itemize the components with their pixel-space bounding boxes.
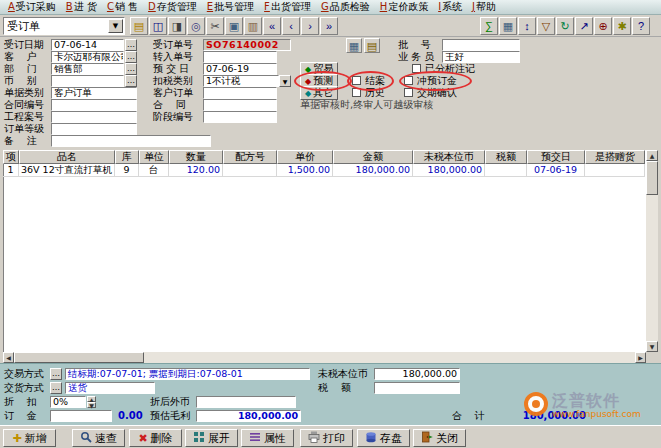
contract-field[interactable] [203,99,277,111]
tax-type-combo[interactable]: 1不计税 [203,75,279,87]
discount-spin-down-icon[interactable]: ▼ [87,402,96,408]
col-header-price[interactable]: 单价 [277,150,333,164]
menu-item-incoming[interactable]: B进 货 [61,0,102,14]
col-header-tax[interactable]: 税额 [485,150,527,164]
menu-item-system[interactable]: I系统 [433,0,467,14]
cell-item[interactable]: 1 [3,164,19,177]
star-icon[interactable]: ✱ [613,17,631,35]
chevron-down-icon[interactable]: ▼ [108,19,123,33]
col-header-formula[interactable]: 配方号 [223,150,277,164]
currency-browse-button[interactable]: … [125,75,137,87]
save-icon[interactable]: ◫ [149,17,167,35]
offset-deposit-checkbox[interactable] [404,76,413,85]
copy-icon[interactable]: ▣ [225,17,243,35]
salesman-field[interactable]: 王好 [442,51,520,63]
menu-item-order-purchase[interactable]: A受订采购 [3,0,61,14]
expand-button[interactable]: 展开 [185,429,238,447]
cell-warehouse[interactable]: 9 [115,164,139,177]
remarks-field[interactable] [51,135,211,147]
filter-icon[interactable]: ▽ [537,17,555,35]
cell-qty[interactable]: 120.00 [169,164,223,177]
properties-button[interactable]: 属性 [241,429,294,447]
est-profit-field[interactable]: 180,000.00 [196,410,301,422]
new-doc-icon[interactable]: ▤ [130,17,148,35]
delivery-method-field[interactable]: 送货 [65,382,155,394]
cell-price[interactable]: 1,500.00 [277,164,333,177]
export-icon[interactable]: ↗ [575,17,593,35]
scroll-up-icon[interactable]: ▲ [646,150,658,161]
delivery-confirm-checkbox[interactable] [404,88,413,97]
tax-amount-field[interactable] [374,382,460,394]
close-button[interactable]: 关闭 [413,429,466,447]
transfer-no-field[interactable] [203,51,277,63]
print-icon[interactable]: ◨ [168,17,186,35]
untaxed-base-field[interactable]: 180,000.00 [374,368,460,380]
due-date-field[interactable]: 07-06-19 [203,63,277,75]
print-button[interactable]: 打印 [300,429,353,447]
col-header-untaxed[interactable]: 未税本位币 [413,150,485,164]
table-row[interactable]: 1 36V 12寸直流打草机 9 台 120.00 1,500.00 180,0… [3,164,645,177]
order-lines-grid[interactable] [3,150,646,352]
cell-unit[interactable]: 台 [139,164,169,177]
save-button[interactable]: 存盘 [357,429,410,447]
department-field[interactable]: 销售部 [51,63,124,75]
cell-product[interactable]: 36V 12寸直流打草机 [19,164,115,177]
history-checkbox[interactable] [352,88,361,97]
scroll-right-icon[interactable]: ▶ [635,352,646,363]
analyzed-checkbox[interactable] [412,64,421,73]
vertical-scroll-thumb[interactable] [646,161,658,195]
note-icon[interactable]: ▤ [364,38,380,53]
col-header-gift[interactable]: 是搭赠货 [585,150,645,164]
currency-field[interactable] [51,75,124,87]
order-date-browse-button[interactable]: … [125,39,137,51]
cell-duedate[interactable]: 07-06-19 [527,164,585,177]
deposit-field[interactable] [50,410,112,422]
link-icon[interactable]: ⊕ [594,17,612,35]
menu-item-batch[interactable]: E批号管理 [202,0,259,14]
customer-browse-button[interactable]: … [125,51,137,63]
discount-field[interactable]: 0% [50,396,86,408]
preview-icon[interactable]: ◎ [187,17,205,35]
paste-icon[interactable]: ▥ [244,17,262,35]
batch-field[interactable] [442,39,520,51]
cell-gift[interactable] [585,164,645,177]
col-header-duedate[interactable]: 预交日 [527,150,585,164]
order-date-field[interactable]: 07-06-14 [51,39,124,51]
cell-untaxed[interactable]: 180,000.00 [413,164,485,177]
first-record-icon[interactable]: « [263,17,281,35]
other-button[interactable]: ◆其它 [300,86,338,100]
menu-item-shipping[interactable]: F出货管理 [259,0,316,14]
refresh-icon[interactable]: ↻ [556,17,574,35]
department-browse-button[interactable]: … [125,63,137,75]
order-grade-field[interactable] [51,123,137,135]
col-header-warehouse[interactable]: 库 [115,150,139,164]
col-header-unit[interactable]: 单位 [139,150,169,164]
cell-formula[interactable] [223,164,277,177]
menu-item-help[interactable]: J帮助 [467,0,501,14]
project-no-field[interactable] [51,111,137,123]
sum-icon[interactable]: ∑ [480,17,498,35]
cut-icon[interactable]: ✂ [206,17,224,35]
payment-method-browse-button[interactable]: … [50,368,62,380]
stage-no-field[interactable] [203,111,277,123]
menu-item-inventory[interactable]: D存货管理 [143,0,202,14]
doc-category-field[interactable]: 客户订单 [51,87,137,99]
menu-item-sales[interactable]: C销 售 [102,0,143,14]
closed-checkbox[interactable] [352,76,361,85]
scroll-left-icon[interactable]: ◀ [3,352,14,363]
col-header-item[interactable]: 项 [3,150,19,164]
prev-record-icon[interactable]: ‹ [282,17,300,35]
delivery-method-browse-button[interactable]: … [50,382,62,394]
contract-no-field[interactable] [51,99,137,111]
cell-tax[interactable] [485,164,527,177]
next-record-icon[interactable]: › [301,17,319,35]
last-record-icon[interactable]: » [320,17,338,35]
cell-amount[interactable]: 180,000.00 [333,164,413,177]
help-icon[interactable]: ? [632,17,650,35]
customer-order-field[interactable] [203,87,277,99]
horizontal-scroll-thumb[interactable] [14,352,144,363]
payment-method-field[interactable]: 结标期:07-07-01; 票据到期日:07-08-01 [65,368,310,380]
col-header-amount[interactable]: 金额 [333,150,413,164]
scroll-down-icon[interactable]: ▼ [646,341,658,352]
menu-item-pricing[interactable]: H定价政策 [375,0,434,14]
